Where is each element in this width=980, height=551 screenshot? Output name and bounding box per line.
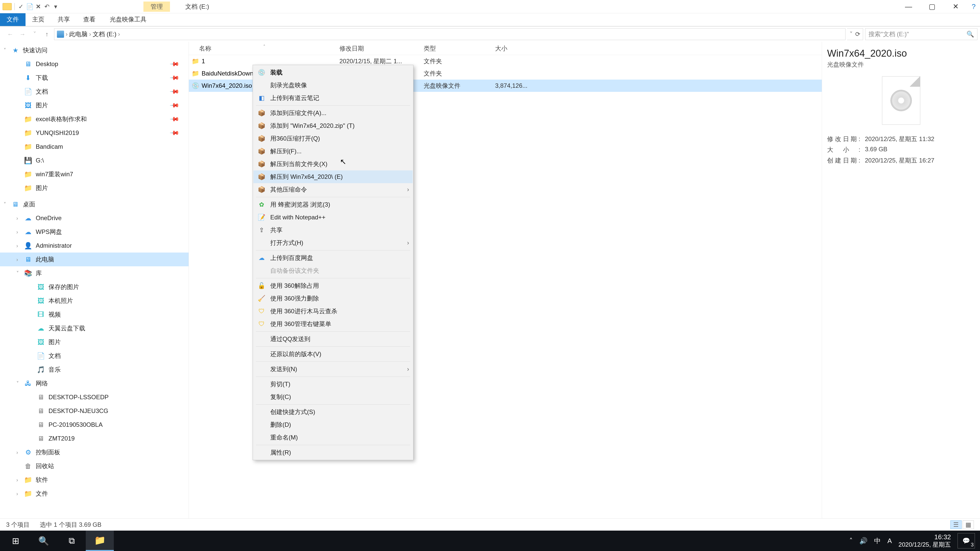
help-button[interactable]: ?	[967, 0, 980, 13]
ctx-rename[interactable]: 重命名(M)	[253, 431, 413, 444]
tree-network-pc4[interactable]: 🖥ZMT2019	[0, 432, 189, 445]
qat-customize-icon[interactable]: ▾	[52, 3, 59, 10]
tree-videos[interactable]: 🎞视频	[0, 308, 189, 321]
tree-libraries[interactable]: ˅📚库	[0, 266, 189, 280]
tree-yunqishi[interactable]: 📁YUNQISHI2019📌	[0, 126, 189, 140]
ctx-restore-previous[interactable]: 还原以前的版本(V)	[253, 348, 413, 360]
nav-back-button[interactable]: ←	[5, 29, 15, 39]
taskbar[interactable]: ⊞ 🔍 ⧉ 📁 ˄ 🔊 中 A 16:32 2020/12/25, 星期五 💬 …	[0, 530, 980, 551]
tree-win7reinstall[interactable]: 📁win7重装win7	[0, 167, 189, 181]
column-type[interactable]: 类型	[424, 44, 495, 52]
ctx-cut[interactable]: 剪切(T)	[253, 378, 413, 391]
start-button[interactable]: ⊞	[2, 530, 30, 551]
ctx-360-manage-menu[interactable]: 🛡使用 360管理右键菜单	[253, 318, 413, 330]
breadcrumb-dropdown-icon[interactable]: ˅	[850, 30, 853, 38]
taskbar-search-button[interactable]: 🔍	[30, 530, 58, 551]
tray-volume-icon[interactable]: 🔊	[859, 537, 867, 545]
breadcrumb-bar[interactable]: › 此电脑 › 文档 (E:) ›	[54, 28, 845, 40]
tree-documents[interactable]: 📄文档📌	[0, 85, 189, 98]
search-icon[interactable]: 🔍	[966, 30, 974, 38]
ctx-youdao[interactable]: ◧上传到有道云笔记	[253, 92, 413, 104]
tree-gdrive[interactable]: 💾G:\	[0, 154, 189, 167]
nav-forward-button[interactable]: →	[18, 29, 27, 39]
ctx-360-force-delete[interactable]: 🧹使用 360强力删除	[253, 292, 413, 305]
tray-overflow-button[interactable]: ˄	[850, 537, 853, 545]
tree-desktop-root[interactable]: ˅🖥桌面	[0, 197, 189, 211]
ctx-send-to[interactable]: 发送到(N)›	[253, 363, 413, 375]
tree-wps[interactable]: ›☁WPS网盘	[0, 225, 189, 239]
tree-administrator[interactable]: ›👤Administrator	[0, 239, 189, 252]
tree-tianyi[interactable]: ☁天翼云盘下载	[0, 321, 189, 335]
tree-onedrive[interactable]: ›☁OneDrive	[0, 211, 189, 225]
tree-pictures2[interactable]: 📁图片	[0, 181, 189, 195]
ctx-delete[interactable]: 删除(D)	[253, 418, 413, 431]
tree-desktop[interactable]: 🖥Desktop📌	[0, 57, 189, 71]
tree-quick-access[interactable]: ˅★快速访问	[0, 43, 189, 57]
ctx-qq-send[interactable]: 通过QQ发送到	[253, 333, 413, 345]
view-icons-button[interactable]: ▦	[963, 520, 974, 529]
column-date[interactable]: 修改日期	[339, 44, 424, 52]
qat-delete-icon[interactable]: ✕	[35, 3, 42, 10]
ctx-mount[interactable]: 💿装载	[253, 66, 413, 79]
ctx-360-unlock[interactable]: 🔓使用 360解除占用	[253, 279, 413, 292]
tree-network-pc1[interactable]: 🖥DESKTOP-LSSOEDP	[0, 390, 189, 404]
minimize-button[interactable]: —	[897, 0, 920, 13]
nav-up-button[interactable]: ↑	[42, 29, 52, 39]
context-tab-manage[interactable]: 管理	[143, 2, 170, 12]
ctx-open-360zip[interactable]: 📦用360压缩打开(Q)	[253, 132, 413, 145]
tree-software[interactable]: ›📁软件	[0, 473, 189, 487]
ctx-browse-bee[interactable]: ✿用 蜂蜜浏览器 浏览(3)	[253, 198, 413, 211]
qat-new-folder-icon[interactable]: 📄	[26, 3, 33, 10]
tree-bandicam[interactable]: 📁Bandicam	[0, 140, 189, 154]
ctx-create-shortcut[interactable]: 创建快捷方式(S)	[253, 406, 413, 418]
ctx-baidu-upload[interactable]: ☁上传到百度网盘	[253, 251, 413, 264]
ctx-share[interactable]: ⇪共享	[253, 224, 413, 237]
tree-pictures3[interactable]: 🖼图片	[0, 335, 189, 349]
ctx-burn[interactable]: 刻录光盘映像	[253, 79, 413, 92]
ctx-extract-to[interactable]: 📦解压到(F)...	[253, 145, 413, 158]
notification-center-button[interactable]: 💬 3	[958, 533, 975, 548]
tree-local-photos[interactable]: 🖼本机照片	[0, 294, 189, 308]
maximize-button[interactable]: ▢	[920, 0, 944, 13]
tree-this-pc[interactable]: ›🖥此电脑	[0, 252, 189, 266]
refresh-button[interactable]: ⟳	[855, 30, 860, 38]
tab-view[interactable]: 查看	[76, 13, 102, 26]
tree-documents2[interactable]: 📄文档	[0, 349, 189, 363]
tree-files[interactable]: ›📁文件	[0, 487, 189, 500]
ctx-other-zip[interactable]: 📦其他压缩命令›	[253, 183, 413, 196]
column-headers[interactable]: ˄名称 修改日期 类型 大小	[189, 42, 822, 55]
ctx-copy[interactable]: 复制(C)	[253, 391, 413, 403]
tree-music[interactable]: 🎵音乐	[0, 363, 189, 376]
qat-undo-icon[interactable]: ↶	[43, 3, 51, 10]
view-details-button[interactable]: ☰	[950, 520, 962, 529]
tray-ime-mode[interactable]: A	[887, 537, 892, 545]
ctx-notepadpp[interactable]: 📝Edit with Notepad++	[253, 211, 413, 224]
file-list-pane[interactable]: ˄名称 修改日期 类型 大小 📁 1 2020/12/15, 星期二 1... …	[189, 42, 822, 518]
column-name[interactable]: ˄名称	[189, 44, 339, 52]
ctx-extract-here[interactable]: 📦解压到当前文件夹(X)	[253, 158, 413, 170]
tree-network[interactable]: ˅🖧网络	[0, 376, 189, 390]
breadcrumb-this-pc[interactable]: 此电脑	[69, 30, 88, 38]
ctx-properties[interactable]: 属性(R)	[253, 446, 413, 459]
task-view-button[interactable]: ⧉	[58, 530, 86, 551]
qat-properties-icon[interactable]: ✓	[18, 3, 24, 10]
ctx-add-archive[interactable]: 📦添加到压缩文件(A)...	[253, 106, 413, 119]
tree-control-panel[interactable]: ›⚙控制面板	[0, 445, 189, 459]
tree-network-pc3[interactable]: 🖥PC-20190530OBLA	[0, 418, 189, 432]
tab-home[interactable]: 主页	[25, 13, 51, 26]
nav-history-dropdown[interactable]: ˅	[30, 29, 40, 39]
tree-pictures[interactable]: 🖼图片📌	[0, 98, 189, 112]
tree-network-pc2[interactable]: 🖥DESKTOP-NJEU3CG	[0, 404, 189, 418]
tab-share[interactable]: 共享	[51, 13, 76, 26]
tree-downloads[interactable]: ⬇下载📌	[0, 71, 189, 85]
ctx-extract-named[interactable]: 📦解压到 Win7x64_2020\ (E)	[253, 170, 413, 183]
search-box[interactable]: 搜索"文档 (E:)" 🔍	[865, 28, 977, 40]
taskbar-explorer-button[interactable]: 📁	[86, 530, 114, 551]
breadcrumb-location[interactable]: 文档 (E:)	[93, 30, 116, 38]
tree-saved-pictures[interactable]: 🖼保存的图片	[0, 280, 189, 294]
navigation-pane[interactable]: ˅★快速访问 🖥Desktop📌 ⬇下载📌 📄文档📌 🖼图片📌 📁excel表格…	[0, 42, 189, 518]
tree-recycle-bin[interactable]: 🗑回收站	[0, 459, 189, 473]
tab-disc-tools[interactable]: 光盘映像工具	[103, 13, 153, 26]
taskbar-clock[interactable]: 16:32 2020/12/25, 星期五	[899, 534, 951, 548]
ctx-360-trojan-scan[interactable]: 🛡使用 360进行木马云查杀	[253, 305, 413, 318]
